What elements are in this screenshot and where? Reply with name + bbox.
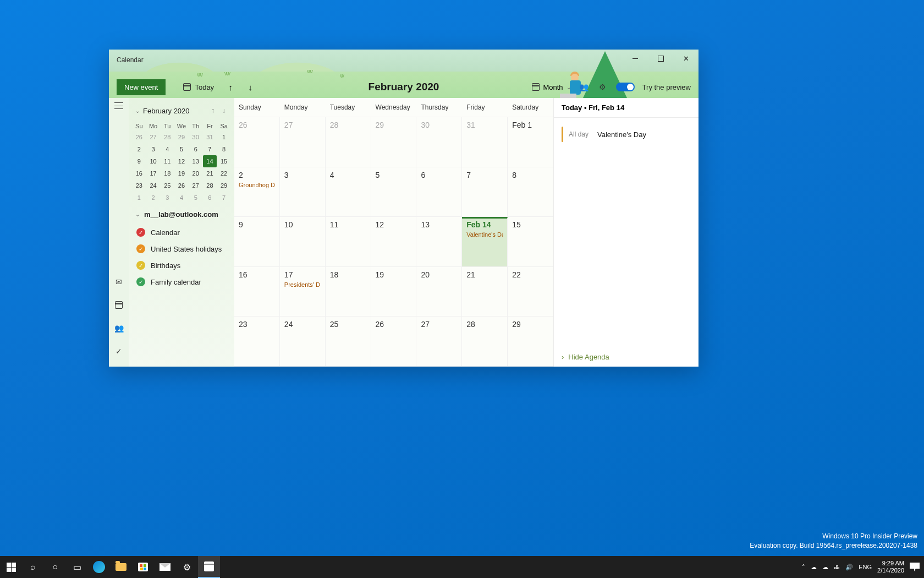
mini-cal-day[interactable]: 21	[203, 167, 217, 179]
mini-cal-day[interactable]: 12	[174, 155, 189, 167]
mini-cal-day[interactable]: 15	[217, 155, 231, 167]
month-day-cell[interactable]: 2Groundhog D	[234, 167, 280, 217]
volume-icon[interactable]: 🔊	[845, 564, 853, 571]
mini-cal-day[interactable]: 17	[146, 167, 161, 179]
mini-cal-day[interactable]: 4	[160, 143, 174, 155]
month-day-cell[interactable]: 26	[234, 117, 280, 167]
view-selector[interactable]: Month ⌄	[532, 83, 570, 91]
task-view-button[interactable]: ▭	[66, 556, 88, 578]
month-day-cell[interactable]: Feb 14Valentine's Da	[462, 217, 508, 266]
cortana-button[interactable]: ○	[44, 556, 66, 578]
mini-cal-day[interactable]: 5	[189, 192, 203, 204]
account-row[interactable]: ⌄ m__lab@outlook.com	[132, 204, 231, 222]
prev-month-button[interactable]: ↑	[223, 83, 238, 92]
month-day-cell[interactable]: 15	[508, 217, 553, 266]
calendar-taskbar-icon[interactable]	[198, 556, 220, 578]
start-button[interactable]	[0, 556, 22, 578]
month-day-cell[interactable]: 3	[280, 167, 326, 217]
agenda-item[interactable]: All dayValentine's Day	[559, 123, 693, 145]
month-day-cell[interactable]: 20	[416, 267, 462, 317]
hide-agenda-button[interactable]: › Hide Agenda	[554, 347, 698, 367]
mini-cal-day[interactable]: 1	[132, 192, 146, 204]
month-day-cell[interactable]: 8	[508, 167, 553, 217]
month-day-cell[interactable]: 24	[280, 317, 326, 366]
month-day-cell[interactable]: 16	[234, 267, 280, 317]
mini-cal-day[interactable]: 19	[174, 167, 189, 179]
calendar-event[interactable]: Presidents' D	[284, 281, 321, 288]
mini-cal-day[interactable]: 20	[189, 167, 203, 179]
month-day-cell[interactable]: 29	[371, 117, 417, 167]
mini-cal-day[interactable]: 9	[132, 155, 146, 167]
month-day-cell[interactable]: 18	[326, 267, 371, 317]
mini-cal-day[interactable]: 31	[203, 131, 217, 143]
system-clock[interactable]: 9:29 AM 2/14/2020	[877, 560, 904, 574]
calendar-event[interactable]: Valentine's Da	[466, 231, 503, 238]
month-day-cell[interactable]: 28	[462, 317, 508, 366]
mini-cal-day[interactable]: 26	[132, 131, 146, 143]
month-day-cell[interactable]: 9	[234, 217, 280, 266]
people-icon[interactable]: 👥	[579, 81, 590, 92]
month-day-cell[interactable]: 21	[462, 267, 508, 317]
preview-toggle[interactable]	[616, 83, 635, 91]
mini-cal-day[interactable]: 2	[146, 192, 161, 204]
window-close-button[interactable]	[673, 50, 698, 67]
mini-cal-day[interactable]: 16	[132, 167, 146, 179]
month-day-cell[interactable]: 27	[280, 117, 326, 167]
month-day-cell[interactable]: 6	[416, 167, 462, 217]
action-center-icon[interactable]	[910, 563, 920, 571]
mini-cal-day[interactable]: 28	[160, 131, 174, 143]
mini-cal-day[interactable]: 1	[217, 131, 231, 143]
new-event-button[interactable]: New event	[117, 79, 166, 95]
month-day-cell[interactable]: 25	[326, 317, 371, 366]
mini-cal-day[interactable]: 30	[189, 131, 203, 143]
mini-cal-day[interactable]: 26	[174, 179, 189, 192]
month-day-cell[interactable]: 5	[371, 167, 417, 217]
onedrive-icon-2[interactable]: ☁	[822, 564, 828, 571]
month-day-cell[interactable]: 7	[462, 167, 508, 217]
mini-cal-day[interactable]: 8	[217, 143, 231, 155]
mini-cal-day[interactable]: 29	[174, 131, 189, 143]
window-minimize-button[interactable]	[623, 50, 648, 67]
tray-chevron-icon[interactable]: ˄	[802, 564, 805, 571]
mini-cal-day[interactable]: 6	[189, 143, 203, 155]
mini-prev-button[interactable]: ↑	[209, 106, 217, 116]
month-day-cell[interactable]: 10	[280, 217, 326, 266]
mini-cal-day[interactable]: 27	[146, 131, 161, 143]
mini-cal-day[interactable]: 23	[132, 179, 146, 192]
mail-icon[interactable]: ✉	[113, 276, 124, 287]
settings-taskbar-icon[interactable]: ⚙	[176, 556, 198, 578]
month-day-cell[interactable]: 30	[416, 117, 462, 167]
calendar-list-item[interactable]: ✓Family calendar	[132, 274, 231, 290]
mini-cal-day[interactable]: 10	[146, 155, 161, 167]
month-day-cell[interactable]: 28	[326, 117, 371, 167]
mini-cal-day[interactable]: 28	[203, 179, 217, 192]
edge-taskbar-icon[interactable]	[88, 556, 110, 578]
today-button[interactable]: Today	[179, 80, 218, 95]
month-day-cell[interactable]: 12	[371, 217, 417, 266]
month-day-cell[interactable]: 13	[416, 217, 462, 266]
mini-cal-day[interactable]: 11	[160, 155, 174, 167]
calendar-list-item[interactable]: ✓Calendar	[132, 224, 231, 241]
store-taskbar-icon[interactable]	[132, 556, 154, 578]
month-day-cell[interactable]: 4	[326, 167, 371, 217]
mini-cal-day[interactable]: 7	[217, 192, 231, 204]
window-maximize-button[interactable]	[648, 50, 673, 67]
chevron-down-icon[interactable]: ⌄	[135, 108, 140, 114]
month-day-cell[interactable]: 23	[234, 317, 280, 366]
month-day-cell[interactable]: 27	[416, 317, 462, 366]
explorer-taskbar-icon[interactable]	[110, 556, 132, 578]
people-rail-icon[interactable]: 👥	[113, 323, 124, 334]
mini-cal-day[interactable]: 18	[160, 167, 174, 179]
calendar-rail-icon[interactable]	[113, 299, 124, 310]
mini-cal-day[interactable]: 2	[132, 143, 146, 155]
network-icon[interactable]: 🖧	[834, 564, 840, 570]
calendar-list-item[interactable]: ✓Birthdays	[132, 257, 231, 274]
month-day-cell[interactable]: 17Presidents' D	[280, 267, 326, 317]
month-day-cell[interactable]: Feb 1	[508, 117, 553, 167]
mini-cal-day[interactable]: 4	[174, 192, 189, 204]
month-day-cell[interactable]: 31	[462, 117, 508, 167]
mini-cal-day[interactable]: 14	[203, 155, 217, 167]
settings-icon[interactable]: ⚙	[597, 81, 608, 92]
mini-cal-day[interactable]: 3	[160, 192, 174, 204]
mini-cal-day[interactable]: 6	[203, 192, 217, 204]
